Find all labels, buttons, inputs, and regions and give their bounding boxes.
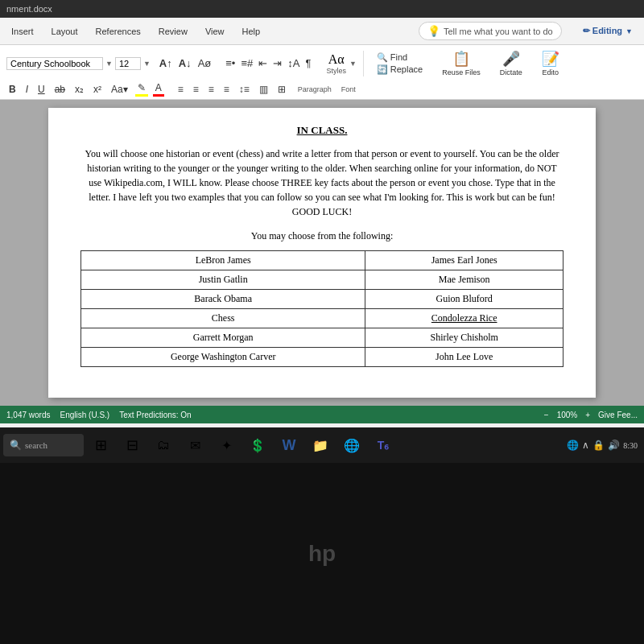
font-size-selector[interactable]: 12 bbox=[115, 57, 141, 70]
taskbar-teams-button[interactable]: T₆ bbox=[369, 431, 398, 460]
table-cell: Garrett Morgan bbox=[81, 328, 365, 348]
taskbar-folder-button[interactable]: 📁 bbox=[306, 431, 335, 460]
reuse-files-label[interactable]: Reuse Files bbox=[442, 68, 481, 76]
line-spacing-button[interactable]: ↕≡ bbox=[237, 83, 252, 96]
status-bar: 1,047 words English (U.S.) Text Predicti… bbox=[0, 406, 644, 423]
taskbar-right-area: 🌐 ∧ 🔒 🔊 8:30 bbox=[567, 440, 641, 452]
sort-icon[interactable]: ↕A bbox=[285, 56, 302, 71]
align-left-button[interactable]: ≡ bbox=[175, 83, 186, 96]
table-cell: LeBron James bbox=[81, 251, 365, 270]
taskbar-browser-button[interactable]: 🌐 bbox=[337, 431, 366, 460]
tab-view[interactable]: View bbox=[197, 22, 233, 41]
table-cell: George Washington Carver bbox=[81, 348, 365, 367]
language: English (U.S.) bbox=[60, 411, 109, 419]
taskbar-search[interactable]: 🔍 search bbox=[3, 434, 84, 456]
pilcrow-icon[interactable]: ¶ bbox=[303, 56, 313, 71]
taskbar-files-button[interactable]: 🗂 bbox=[149, 431, 178, 460]
plus-zoom-button[interactable]: + bbox=[585, 411, 590, 419]
replace-label[interactable]: Replace bbox=[390, 64, 423, 74]
minus-zoom-button[interactable]: − bbox=[544, 411, 549, 419]
dictate-icon: 🎤 bbox=[502, 50, 520, 68]
tab-insert[interactable]: Insert bbox=[3, 22, 42, 41]
highlight-color-button[interactable]: ✎ bbox=[135, 81, 148, 97]
bold-button[interactable]: B bbox=[6, 83, 19, 96]
clear-format-icon[interactable]: Aø bbox=[196, 56, 214, 71]
font-name-selector[interactable]: Century Schoolbook bbox=[6, 57, 103, 70]
align-justify-button[interactable]: ≡ bbox=[221, 83, 232, 96]
chevron-down-icon: ▼ bbox=[105, 60, 113, 68]
chevron-down-icon: ▼ bbox=[625, 27, 633, 35]
table-cell: Shirley Chisholm bbox=[365, 328, 564, 348]
dictation-label[interactable]: Dictate bbox=[500, 68, 522, 76]
tab-layout[interactable]: Layout bbox=[43, 22, 86, 41]
chevron-icon: ∧ bbox=[582, 440, 589, 452]
tell-me-input[interactable]: 💡 Tell me what you want to do bbox=[419, 22, 562, 40]
font-section-label: Font bbox=[341, 85, 356, 93]
shrink-font-icon[interactable]: A↓ bbox=[176, 56, 194, 71]
table-cell: John Lee Love bbox=[365, 348, 564, 367]
editing-label: ✏ Editing bbox=[583, 26, 622, 36]
shading-button[interactable]: ▥ bbox=[257, 83, 270, 96]
table-cell: Guion Bluford bbox=[365, 290, 564, 309]
ribbon-controls: Century Schoolbook ▼ 12 ▼ A↑ A↓ Aø ≡• ≡#… bbox=[0, 45, 644, 100]
give-feedback[interactable]: Give Fee... bbox=[598, 411, 638, 419]
indent-increase-icon[interactable]: ⇥ bbox=[270, 56, 284, 71]
borders-button[interactable]: ⊞ bbox=[275, 83, 288, 96]
underline-button[interactable]: U bbox=[35, 83, 47, 96]
text-predictions: Text Predictions: On bbox=[119, 411, 191, 419]
tab-help[interactable]: Help bbox=[234, 22, 269, 41]
table-cell: James Earl Jones bbox=[365, 251, 564, 270]
search-label: search bbox=[25, 440, 47, 450]
tab-review[interactable]: Review bbox=[151, 22, 196, 41]
find-label[interactable]: Find bbox=[390, 52, 407, 62]
indent-decrease-icon[interactable]: ⇤ bbox=[256, 56, 270, 71]
font-color-button[interactable]: A bbox=[153, 81, 164, 97]
zoom-level: 100% bbox=[557, 411, 578, 419]
reuse-icon: 📋 bbox=[452, 50, 470, 68]
taskbar-windows-button[interactable]: ⊞ bbox=[86, 431, 115, 460]
clock: 8:30 bbox=[623, 441, 638, 450]
taskbar-explorer-button[interactable]: ⊟ bbox=[118, 431, 147, 460]
lock-icon: 🔒 bbox=[592, 440, 605, 452]
word-count: 1,047 words bbox=[6, 411, 50, 419]
editing-button[interactable]: ✏ Editing ▼ bbox=[575, 23, 641, 39]
grow-font-icon[interactable]: A↑ bbox=[157, 56, 175, 71]
table-cell: Justin Gatlin bbox=[81, 270, 365, 290]
dictation-group: 🎤 Dictate bbox=[493, 48, 529, 78]
subscript-button[interactable]: x₂ bbox=[72, 83, 86, 96]
hp-logo: hp bbox=[308, 541, 336, 567]
taskbar-dollar-button[interactable]: 💲 bbox=[243, 431, 272, 460]
change-case-button[interactable]: Aa▾ bbox=[109, 83, 130, 96]
taskbar-mail-button[interactable]: ✉ bbox=[180, 431, 209, 460]
table-cell: Chess bbox=[81, 309, 365, 328]
numbering-icon[interactable]: ≡# bbox=[238, 56, 255, 71]
tab-references[interactable]: References bbox=[88, 22, 149, 41]
document-title: IN CLASS. bbox=[80, 124, 564, 137]
ribbon-row-2: B I U ab x₂ x² Aa▾ ✎ A ≡ ≡ ≡ ≡ ↕≡ ▥ ⊞ Pa… bbox=[3, 80, 641, 97]
taskbar-word-button[interactable]: W bbox=[275, 431, 303, 460]
document-page: IN CLASS. You will choose one historian … bbox=[48, 108, 596, 398]
styles-preview: Aα bbox=[328, 52, 345, 67]
find-icon: 🔍 bbox=[377, 52, 388, 63]
table-row: Chess Condolezza Rice bbox=[81, 309, 564, 328]
network-icon: 🌐 bbox=[567, 440, 579, 452]
align-center-button[interactable]: ≡ bbox=[191, 83, 201, 96]
styles-dropdown-icon[interactable]: ▼ bbox=[349, 60, 357, 68]
taskbar-dropbox-button[interactable]: ✦ bbox=[212, 431, 241, 460]
bullets-icon[interactable]: ≡• bbox=[223, 56, 237, 71]
strikethrough-button[interactable]: ab bbox=[52, 83, 68, 96]
superscript-button[interactable]: x² bbox=[91, 83, 104, 96]
table-row: Garrett Morgan Shirley Chisholm bbox=[81, 328, 564, 348]
document-body[interactable]: You will choose one historian or event (… bbox=[80, 147, 564, 219]
align-right-button[interactable]: ≡ bbox=[206, 83, 217, 96]
paragraph-section-label: Paragraph bbox=[298, 85, 332, 93]
ribbon-tabs: Insert Layout References Review View Hel… bbox=[0, 18, 644, 45]
table-row: Justin Gatlin Mae Jemison bbox=[81, 270, 564, 290]
reuse-files-group: 📋 Reuse Files bbox=[436, 48, 487, 78]
styles-group: Aα Styles ▼ bbox=[320, 51, 363, 76]
table-row: LeBron James James Earl Jones bbox=[81, 251, 564, 270]
editor-group: 📝 Edito bbox=[535, 48, 566, 78]
italic-button[interactable]: I bbox=[23, 83, 31, 96]
table-cell: Condolezza Rice bbox=[365, 309, 564, 328]
editor-label[interactable]: Edito bbox=[542, 68, 559, 76]
